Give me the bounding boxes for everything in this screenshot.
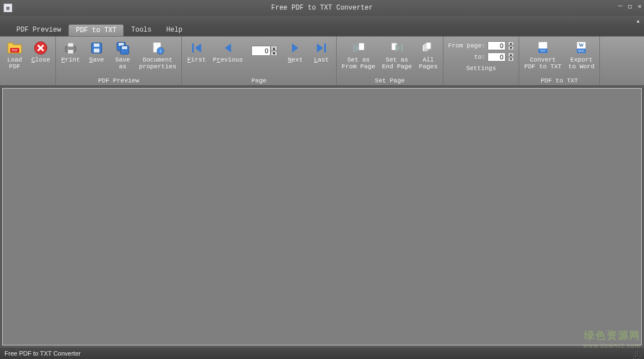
ribbon-tabs: PDF Preview PDF to TXT Tools Help: [0, 25, 644, 36]
next-page-button[interactable]: Next: [284, 39, 307, 65]
printer-icon: [63, 41, 79, 55]
svg-rect-12: [122, 46, 127, 49]
preview-area: [2, 88, 642, 345]
group-label-page: Page: [185, 76, 333, 84]
from-spin-down[interactable]: ▼: [508, 46, 514, 50]
to-page-input[interactable]: [488, 52, 506, 62]
from-page-label: From page:: [448, 42, 485, 49]
export-to-word-button[interactable]: DOCW Export to Word: [567, 39, 596, 72]
titlebar: ▦ Free PDF to TXT Converter — ◻ ✕: [0, 0, 644, 16]
to-page-label: to:: [474, 54, 485, 60]
svg-text:W: W: [579, 42, 584, 48]
window-title: Free PDF to TXT Converter: [0, 4, 644, 12]
svg-rect-16: [192, 43, 194, 52]
ribbon-collapse-row: ▴: [0, 16, 644, 25]
txt-file-icon: TXT: [535, 41, 551, 55]
svg-rect-18: [353, 44, 355, 52]
group-label-pdf-to-txt: PDF to TXT: [523, 76, 596, 84]
svg-rect-5: [68, 50, 73, 54]
svg-rect-8: [94, 49, 99, 52]
svg-rect-19: [359, 43, 364, 50]
load-pdf-button[interactable]: PDF Load PDF: [3, 39, 26, 72]
close-icon: [33, 41, 49, 55]
end-page-icon: [389, 41, 405, 55]
tab-tools[interactable]: Tools: [124, 24, 159, 36]
folder-pdf-icon: PDF: [7, 41, 23, 55]
to-spin-down[interactable]: ▼: [508, 57, 514, 62]
close-window-button[interactable]: ✕: [638, 2, 642, 11]
previous-page-button[interactable]: Previous: [211, 39, 245, 65]
tab-pdf-preview[interactable]: PDF Preview: [9, 24, 68, 36]
from-page-icon: [351, 41, 367, 55]
maximize-button[interactable]: ◻: [628, 2, 632, 11]
statusbar: Free PDF to TXT Converter ⋰⋰⋰: [0, 348, 644, 359]
svg-text:DOC: DOC: [578, 49, 585, 52]
minimize-button[interactable]: —: [618, 2, 622, 11]
from-spin-up[interactable]: ▲: [508, 41, 514, 46]
tab-pdf-to-txt[interactable]: PDF to TXT: [68, 24, 124, 36]
set-end-page-button[interactable]: Set as End Page: [380, 39, 414, 72]
svg-rect-24: [426, 42, 431, 49]
svg-text:TXT: TXT: [540, 49, 545, 52]
status-text: Free PDF to TXT Converter: [5, 350, 81, 357]
all-pages-icon: [420, 41, 436, 55]
save-icon: [89, 41, 105, 55]
svg-rect-17: [324, 43, 326, 52]
svg-text:PDF: PDF: [12, 49, 18, 52]
set-from-page-button[interactable]: Set as From Page: [340, 39, 377, 72]
page-spin-down[interactable]: ▼: [271, 51, 277, 56]
convert-pdf-to-txt-button[interactable]: TXT Convert PDF to TXT: [523, 39, 563, 72]
next-icon: [288, 41, 303, 55]
save-as-button[interactable]: Save as: [111, 39, 134, 72]
close-button[interactable]: Close: [29, 39, 52, 65]
first-icon: [189, 41, 204, 55]
previous-icon: [220, 41, 236, 55]
resize-grip[interactable]: ⋰⋰⋰: [633, 352, 642, 358]
last-icon: [314, 41, 329, 55]
first-page-button[interactable]: First: [185, 39, 208, 65]
last-page-button[interactable]: Last: [310, 39, 333, 65]
document-info-icon: i: [150, 41, 166, 55]
ribbon: PDF Load PDF Close: [0, 36, 644, 86]
print-button[interactable]: Print: [59, 39, 82, 65]
group-label-settings: Settings: [447, 64, 515, 72]
group-label-pdf-preview: PDF Preview: [59, 76, 178, 84]
svg-text:i: i: [160, 49, 161, 54]
save-as-icon: [115, 41, 130, 55]
ribbon-collapse-button[interactable]: ▴: [637, 17, 639, 24]
page-spin-up[interactable]: ▲: [271, 46, 277, 51]
to-spin-up[interactable]: ▲: [508, 52, 514, 57]
doc-file-icon: DOCW: [573, 41, 589, 55]
svg-rect-4: [68, 43, 73, 47]
svg-rect-21: [401, 44, 403, 52]
app-icon: ▦: [3, 3, 12, 12]
svg-rect-10: [119, 43, 124, 46]
svg-rect-7: [94, 43, 99, 47]
all-pages-button[interactable]: All Pages: [417, 39, 440, 72]
page-number-field[interactable]: ▲ ▼: [251, 46, 277, 56]
document-properties-button[interactable]: i Document properties: [137, 39, 178, 72]
page-number-input[interactable]: [251, 46, 271, 56]
save-button[interactable]: Save: [85, 39, 108, 65]
group-label-set-page: Set Page: [340, 76, 440, 84]
tab-help[interactable]: Help: [159, 24, 190, 36]
from-page-input[interactable]: [488, 41, 506, 50]
